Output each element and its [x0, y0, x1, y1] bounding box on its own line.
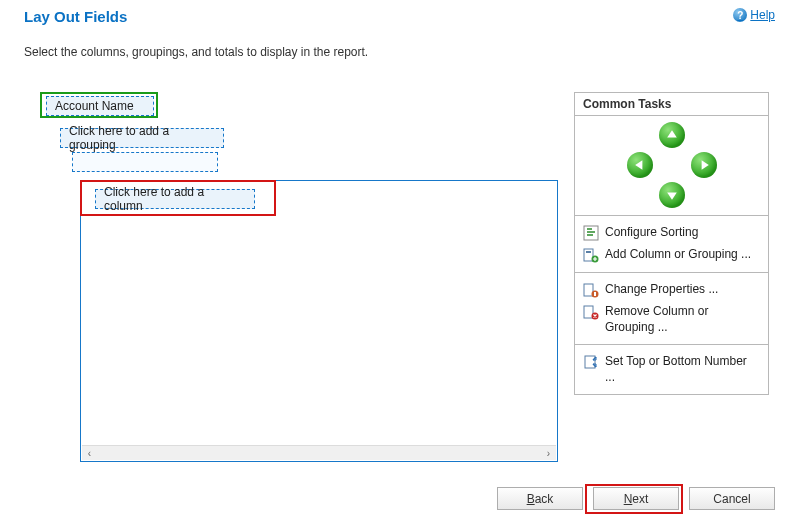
add-column-token[interactable]: Click here to add a column: [95, 189, 255, 209]
arrow-down-icon: [666, 189, 678, 201]
set-top-bottom-label: Set Top or Bottom Number ...: [605, 354, 760, 385]
arrow-left-icon: [634, 159, 646, 171]
arrow-pad: [575, 116, 768, 216]
configure-sorting-task[interactable]: Configure Sorting: [579, 222, 764, 244]
move-up-button[interactable]: [659, 122, 685, 148]
common-tasks-panel: Common Tasks Configure Sorting Add Colum…: [574, 92, 769, 395]
back-label-rest: ack: [535, 492, 554, 506]
next-label-rest: ext: [632, 492, 648, 506]
properties-icon: [583, 282, 599, 298]
configure-sorting-label: Configure Sorting: [605, 225, 760, 241]
svg-rect-6: [594, 292, 596, 296]
change-properties-label: Change Properties ...: [605, 282, 760, 298]
horizontal-scrollbar[interactable]: ‹ ›: [82, 445, 556, 460]
back-button[interactable]: Back: [497, 487, 583, 510]
scroll-left-icon[interactable]: ‹: [82, 446, 97, 461]
account-name-token[interactable]: Account Name: [46, 96, 154, 116]
help-label: Help: [750, 8, 775, 22]
next-button[interactable]: Next: [593, 487, 679, 510]
cancel-button[interactable]: Cancel: [689, 487, 775, 510]
scroll-right-icon[interactable]: ›: [541, 446, 556, 461]
page-title: Lay Out Fields: [24, 8, 127, 25]
remove-column-icon: [583, 304, 599, 320]
sort-icon: [583, 225, 599, 241]
empty-grouping-token[interactable]: [72, 152, 218, 172]
common-tasks-header: Common Tasks: [575, 93, 768, 116]
add-column-icon: [583, 247, 599, 263]
add-grouping-token[interactable]: Click here to add a grouping: [60, 128, 224, 148]
remove-column-label: Remove Column or Grouping ...: [605, 304, 760, 335]
add-column-task[interactable]: Add Column or Grouping ...: [579, 244, 764, 266]
svg-rect-2: [586, 251, 591, 253]
help-icon: ?: [733, 8, 747, 22]
move-left-button[interactable]: [627, 152, 653, 178]
instructions-text: Select the columns, groupings, and total…: [0, 25, 793, 69]
change-properties-task[interactable]: Change Properties ...: [579, 279, 764, 301]
arrow-up-icon: [666, 129, 678, 141]
columns-canvas[interactable]: Click here to add a column ‹ ›: [80, 180, 558, 462]
move-right-button[interactable]: [691, 152, 717, 178]
move-down-button[interactable]: [659, 182, 685, 208]
remove-column-task[interactable]: Remove Column or Grouping ...: [579, 301, 764, 338]
wizard-button-bar: Back Next Cancel: [497, 487, 775, 510]
svg-rect-0: [584, 226, 598, 240]
help-link[interactable]: ? Help: [733, 8, 775, 22]
arrow-right-icon: [698, 159, 710, 171]
add-column-label: Add Column or Grouping ...: [605, 247, 760, 263]
top-bottom-icon: [583, 354, 599, 370]
set-top-bottom-task[interactable]: Set Top or Bottom Number ...: [579, 351, 764, 388]
svg-rect-9: [585, 356, 595, 368]
